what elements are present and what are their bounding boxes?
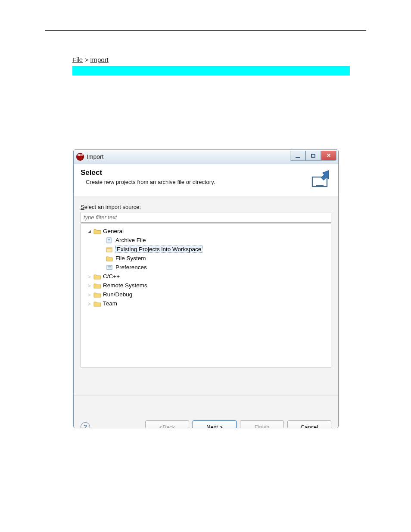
- tree-label: File System: [115, 255, 146, 261]
- folder-icon: [106, 255, 114, 261]
- tree-label: Run/Debug: [103, 291, 132, 298]
- expand-icon[interactable]: ▷: [87, 292, 92, 297]
- source-label: Select an import source:: [81, 204, 331, 210]
- header-title: Select: [81, 168, 310, 177]
- menu-import-label: Import: [90, 56, 109, 63]
- expand-icon[interactable]: ▷: [87, 283, 92, 288]
- close-button[interactable]: ✕: [321, 151, 336, 161]
- instruction-text: File > Import: [72, 56, 350, 75]
- folder-icon: [93, 292, 101, 298]
- folder-icon: [93, 283, 101, 289]
- minimize-button[interactable]: [290, 151, 305, 161]
- minimize-icon: [296, 156, 300, 158]
- folder-icon: [93, 228, 101, 234]
- source-tree[interactable]: ◢ General Archive File Exis: [81, 224, 331, 367]
- back-button[interactable]: < Back: [145, 420, 189, 428]
- tree-item-preferences[interactable]: Preferences: [106, 263, 329, 272]
- page-top-rule: [45, 30, 366, 31]
- tree-label: General: [103, 228, 124, 234]
- sdk-icon: [76, 153, 84, 161]
- highlight-band: [72, 66, 350, 75]
- project-icon: [106, 246, 114, 252]
- import-dialog: Import ✕ Select Create new projects from…: [73, 149, 339, 428]
- preferences-icon: [106, 264, 114, 271]
- tree-label: Archive File: [115, 237, 146, 243]
- archive-icon: [106, 237, 114, 243]
- tree-item-run-debug[interactable]: ▷ Run/Debug: [87, 290, 329, 299]
- tree-label: Remote Systems: [103, 282, 147, 289]
- collapse-icon[interactable]: ◢: [87, 229, 92, 233]
- filter-input[interactable]: [81, 212, 331, 223]
- next-button[interactable]: Next >: [193, 420, 237, 428]
- tree-item-team[interactable]: ▷ Team: [87, 299, 329, 308]
- help-icon[interactable]: ?: [81, 422, 90, 428]
- tree-item-general[interactable]: ◢ General: [87, 227, 329, 236]
- svg-rect-3: [108, 239, 110, 240]
- dialog-header: Select Create new projects from an archi…: [74, 164, 338, 196]
- svg-rect-6: [107, 265, 112, 270]
- svg-rect-5: [106, 248, 112, 249]
- tree-label: Team: [103, 300, 117, 307]
- folder-icon: [93, 301, 101, 307]
- cancel-button[interactable]: Cancel: [287, 420, 331, 428]
- tree-label: Existing Projects into Workspace: [115, 246, 202, 253]
- expand-icon[interactable]: ▷: [87, 301, 92, 306]
- finish-button[interactable]: Finish: [240, 420, 284, 428]
- expand-icon[interactable]: ▷: [87, 274, 92, 279]
- maximize-button[interactable]: [305, 151, 321, 161]
- folder-icon: [93, 274, 101, 280]
- tree-item-cpp[interactable]: ▷ C/C++: [87, 272, 329, 281]
- tree-item-file-system[interactable]: File System: [106, 254, 329, 263]
- window-controls: ✕: [290, 151, 336, 160]
- tree-label: Preferences: [115, 264, 147, 271]
- menu-file-label: File: [72, 56, 83, 63]
- svg-rect-1: [316, 185, 324, 187]
- tree-label: C/C++: [103, 273, 120, 280]
- tree-item-remote-systems[interactable]: ▷ Remote Systems: [87, 281, 329, 290]
- close-icon: ✕: [327, 152, 331, 159]
- tree-item-archive-file[interactable]: Archive File: [106, 236, 329, 245]
- header-description: Create new projects from an archive file…: [86, 179, 310, 185]
- tree-item-existing-projects[interactable]: Existing Projects into Workspace: [106, 245, 329, 254]
- dialog-title: Import: [87, 153, 104, 160]
- dialog-body: Select an import source: ◢ General Archi…: [74, 196, 338, 395]
- maximize-icon: [311, 154, 315, 158]
- dialog-footer: ? < Back Next > Finish Cancel: [74, 395, 338, 428]
- import-icon: [310, 168, 331, 188]
- title-bar[interactable]: Import ✕: [74, 150, 338, 164]
